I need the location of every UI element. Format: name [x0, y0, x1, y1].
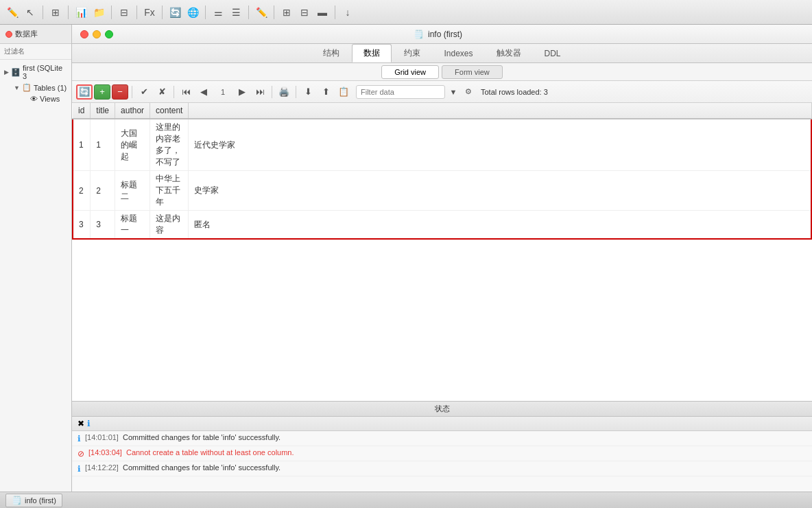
cell-content[interactable]: 史学家 [189, 171, 811, 211]
status-label: 状态 [435, 404, 450, 414]
views-icon: 👁 [30, 95, 38, 103]
sidebar-item-views[interactable]: 👁 Views [11, 93, 71, 104]
cell-author[interactable]: 中华上下五千年 [150, 171, 189, 211]
prev-btn[interactable]: ◀ [195, 84, 212, 100]
log-close-icon[interactable]: ✖ [77, 419, 84, 428]
filter-icon[interactable]: ▼ [446, 85, 460, 99]
tab-triggers[interactable]: 触发器 [486, 45, 532, 62]
toolbar-sep-2 [68, 5, 69, 19]
globe-icon[interactable]: 🌐 [186, 5, 200, 19]
cell-title[interactable]: 标题二 [115, 171, 150, 211]
split-h-icon[interactable]: ⚌ [211, 5, 225, 19]
sidebar-item-db[interactable]: ▶ 🗄️ first (SQLite 3 [0, 62, 71, 82]
first-btn[interactable]: ⏮ [178, 84, 194, 100]
cell-author[interactable]: 这里的内容老多了，不写了 [150, 119, 189, 171]
last-btn[interactable]: ⏭ [252, 84, 268, 100]
table-row[interactable]: 2 2 标题二 中华上下五千年 史学家 [73, 171, 811, 211]
log-time-2: [14:03:04] [88, 448, 122, 457]
rollback-btn[interactable]: ✘ [154, 84, 170, 100]
window-controls [80, 30, 113, 38]
cell-content[interactable]: 匿名 [189, 211, 811, 240]
add-row-btn[interactable]: + [94, 84, 110, 100]
action-sep-3 [272, 86, 272, 98]
chart-icon[interactable]: 📊 [74, 5, 88, 19]
tree-arrow-tables: ▼ [14, 84, 20, 91]
window-maximize-btn[interactable] [105, 30, 113, 38]
toolbar-sep-8 [274, 5, 274, 19]
window-title-text: info (first) [428, 30, 462, 39]
view-tab-form[interactable]: Form view [442, 65, 503, 79]
cell-author[interactable]: 这是内容 [150, 211, 189, 240]
view-tab-grid[interactable]: Grid view [381, 65, 439, 79]
cell-num[interactable]: 2 [91, 171, 115, 211]
log-entry-1: ℹ [14:01:01] Committed changes for table… [72, 431, 812, 446]
sidebar-tree: ▶ 🗄️ first (SQLite 3 ▼ 📋 Tables (1) 👁 Vi… [0, 60, 71, 492]
formula-icon[interactable]: Fx [143, 5, 156, 19]
cols-icon[interactable]: ⊟ [298, 5, 311, 19]
col-header-author: author [115, 103, 150, 119]
content-area: 🗒️ info (first) 结构 数据 约束 Indexes 触发器 DDL… [72, 25, 812, 492]
view-tabs-bar: Grid view Form view [72, 63, 812, 81]
toolbar-sep-4 [136, 5, 137, 19]
export-btn[interactable]: ⬆ [318, 84, 334, 100]
log-entry-3: ℹ [14:12:22] Committed changes for table… [72, 461, 812, 476]
taskbar-item-info[interactable]: 🗒️ info (first) [5, 494, 62, 507]
cursor-icon[interactable]: ↖ [23, 5, 37, 19]
log-msg-3: Committed changes for table 'info' succe… [123, 463, 280, 472]
tab-ddl[interactable]: DDL [534, 46, 572, 61]
filter-input[interactable] [356, 85, 445, 99]
sidebar-filter-label: 过滤名 [0, 44, 71, 60]
main-container: 数据库 过滤名 ▶ 🗄️ first (SQLite 3 ▼ 📋 Tables … [0, 25, 812, 492]
log-msg-1: Committed changes for table 'info' succe… [123, 433, 280, 441]
window-close-btn[interactable] [80, 30, 88, 38]
clipboard-btn[interactable]: 📋 [335, 84, 352, 100]
tab-constraints[interactable]: 约束 [393, 45, 431, 62]
table-row[interactable]: 3 3 标题一 这是内容 匿名 [73, 211, 811, 240]
log-area: ✖ ℹ ℹ [14:01:01] Committed changes for t… [72, 416, 812, 492]
taskbar-icon: 🗒️ [12, 496, 22, 505]
import-btn[interactable]: ⬇ [300, 84, 316, 100]
filter-options-btn[interactable]: ⚙ [462, 85, 475, 99]
print-btn[interactable]: 🖨️ [276, 84, 292, 100]
cell-id[interactable]: 3 [73, 211, 91, 240]
sidebar-close-dot[interactable] [5, 31, 12, 38]
table-wrapper: id title author content 1 1 大国的崛起 这里的内容老… [72, 103, 812, 401]
commit-btn[interactable]: ✔ [136, 84, 152, 100]
taskbar-item-label: info (first) [25, 496, 56, 505]
cell-title[interactable]: 标题一 [115, 211, 150, 240]
tab-structure[interactable]: 结构 [312, 45, 350, 62]
down-icon[interactable]: ↓ [341, 5, 355, 19]
window-minimize-btn[interactable] [93, 30, 101, 38]
log-time-3: [14:12:22] [85, 463, 119, 472]
delete-row-btn[interactable]: − [112, 84, 128, 100]
table-row[interactable]: 1 1 大国的崛起 这里的内容老多了，不写了 近代史学家 [73, 119, 811, 171]
sidebar-sub: ▼ 📋 Tables (1) 👁 Views [0, 82, 71, 104]
pencil-icon[interactable]: ✏️ [5, 5, 19, 19]
grid2-icon[interactable]: ⊞ [280, 5, 294, 19]
log-time-1: [14:01:01] [85, 433, 119, 441]
pencil2-icon[interactable]: ✏️ [254, 5, 268, 19]
refresh-data-btn[interactable]: 🔄 [76, 84, 93, 100]
folder-icon[interactable]: 📁 [92, 5, 106, 19]
refresh-icon[interactable]: 🔄 [168, 5, 182, 19]
rows-icon[interactable]: ▬ [315, 5, 329, 19]
window-title-icon: 🗒️ [414, 30, 424, 39]
grid-icon[interactable]: ⊞ [49, 5, 62, 19]
log-info-icon[interactable]: ℹ [87, 419, 91, 428]
split-v-icon[interactable]: ☰ [229, 5, 243, 19]
cell-num[interactable]: 1 [91, 119, 115, 171]
data-table: id title author content 1 1 大国的崛起 这里的内容老… [72, 103, 812, 240]
cell-content[interactable]: 近代史学家 [189, 119, 811, 171]
tab-indexes[interactable]: Indexes [433, 46, 483, 61]
log-info-icon-1: ℹ [77, 434, 81, 443]
cell-id[interactable]: 1 [73, 119, 91, 171]
tab-data[interactable]: 数据 [352, 44, 392, 62]
sidebar-item-tables[interactable]: ▼ 📋 Tables (1) [11, 82, 71, 93]
cell-title[interactable]: 大国的崛起 [115, 119, 150, 171]
next-btn[interactable]: ▶ [234, 84, 250, 100]
log-info-icon-3: ℹ [77, 464, 81, 474]
table-icon[interactable]: ⊟ [117, 5, 131, 19]
cell-id[interactable]: 2 [73, 171, 91, 211]
sidebar: 数据库 过滤名 ▶ 🗄️ first (SQLite 3 ▼ 📋 Tables … [0, 25, 72, 492]
cell-num[interactable]: 3 [91, 211, 115, 240]
